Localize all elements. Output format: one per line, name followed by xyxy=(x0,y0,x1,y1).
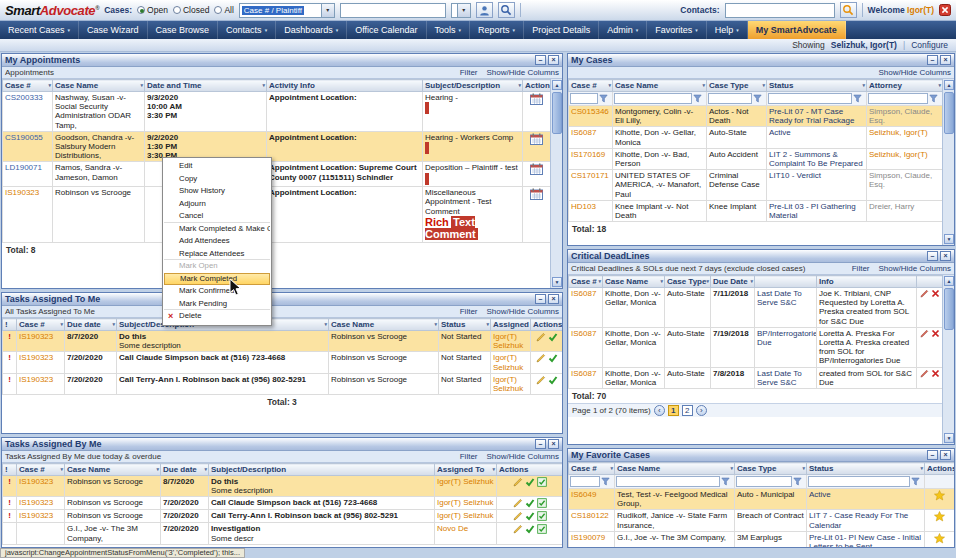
column-header-assigned[interactable]: Assigned xyxy=(491,319,531,331)
appointment-row[interactable]: CS190055 Goodson, Chandra -v- Salsbury M… xyxy=(3,131,551,162)
context-menu-item[interactable]: Add Attendees xyxy=(164,235,270,248)
case-number-link[interactable]: CS170171 xyxy=(571,171,609,180)
page-1-button[interactable]: 1 xyxy=(668,405,679,416)
menu-item[interactable]: Case Browse ▾ xyxy=(148,21,219,39)
case-number-link[interactable]: IS190079 xyxy=(571,533,605,542)
column-header-case-name[interactable]: Case Name xyxy=(615,463,735,475)
showhide-columns-link[interactable]: Show/Hide Columns xyxy=(879,68,951,77)
delete-deadline-icon[interactable] xyxy=(931,289,940,298)
case-number-link[interactable]: LD190071 xyxy=(5,163,42,172)
approve-task-icon[interactable] xyxy=(537,524,547,534)
filter-funnel-icon[interactable] xyxy=(721,477,730,486)
case-number-link[interactable]: CS015346 xyxy=(571,107,609,116)
task-row[interactable]: ! IS190323 Robinson vs Scrooge 8/7/2020 … xyxy=(3,476,563,497)
filter-input[interactable] xyxy=(616,476,720,487)
edit-task-icon[interactable] xyxy=(513,511,523,521)
menu-item[interactable]: Dashboards ▾ xyxy=(276,21,347,39)
edit-task-icon[interactable] xyxy=(536,375,546,385)
column-header-actions[interactable]: Actions xyxy=(531,319,563,331)
column-header-case-name[interactable]: Case Name xyxy=(613,80,707,92)
deadline-row[interactable]: IS6087 Kihotte, Don -v- Gellar, Monica A… xyxy=(569,327,943,367)
vertical-scrollbar[interactable]: ▲▼ xyxy=(550,79,562,288)
filter-funnel-icon[interactable] xyxy=(853,94,862,103)
complete-task-icon[interactable] xyxy=(548,353,558,363)
scroll-up-icon[interactable]: ▲ xyxy=(944,276,954,286)
minimize-icon[interactable]: – xyxy=(535,55,546,65)
complete-task-icon[interactable] xyxy=(548,375,558,385)
context-menu-item[interactable]: Delete xyxy=(164,310,270,323)
scroll-thumb[interactable] xyxy=(944,92,954,134)
column-header-priority[interactable]: ! xyxy=(3,319,17,331)
filter-funnel-icon[interactable] xyxy=(929,94,938,103)
search-icon[interactable] xyxy=(498,2,515,18)
close-icon[interactable]: × xyxy=(940,251,951,261)
logout-icon[interactable] xyxy=(939,4,951,16)
context-menu-item[interactable]: Copy xyxy=(164,173,270,186)
close-icon[interactable]: × xyxy=(548,294,559,304)
favorite-case-row[interactable]: IS190079 G.I., Joe -v- The 3M Company, 3… xyxy=(569,531,955,547)
delete-deadline-icon[interactable] xyxy=(931,369,940,378)
column-header-date-time[interactable]: Date and Time xyxy=(145,80,267,92)
edit-deadline-icon[interactable] xyxy=(920,369,929,378)
contacts-search-input[interactable] xyxy=(725,3,835,18)
column-header-due-date[interactable]: Due date xyxy=(161,464,209,476)
scroll-down-icon[interactable]: ▼ xyxy=(552,277,562,287)
task-row[interactable]: ! IS190323 8/7/2020 Do thisSome descript… xyxy=(3,331,563,352)
menu-item[interactable]: Project Details ▾ xyxy=(524,21,599,39)
column-header-case-name[interactable]: Case Name xyxy=(329,319,439,331)
column-header-case-name[interactable]: Case Name xyxy=(603,276,665,288)
menu-item[interactable]: Recent Cases ▾ xyxy=(0,21,79,39)
case-number-link[interactable]: IS190323 xyxy=(19,375,53,384)
menu-item[interactable]: Reports ▾ xyxy=(470,21,524,39)
case-row[interactable]: IS6087 Kihotte, Don -v- Gellar, Monica A… xyxy=(569,127,943,148)
search-option-select[interactable]: ▾ xyxy=(451,3,471,18)
showhide-columns-link[interactable]: Show/Hide Columns xyxy=(487,68,559,77)
configure-link[interactable]: Configure xyxy=(911,40,948,50)
scroll-down-icon[interactable]: ▼ xyxy=(944,234,954,244)
column-header-due-date[interactable]: Due date xyxy=(65,319,117,331)
complete-task-icon[interactable] xyxy=(525,477,535,487)
column-header-deadline[interactable] xyxy=(755,276,817,288)
case-number-link[interactable]: IS6087 xyxy=(571,329,596,338)
filter-input[interactable] xyxy=(768,93,852,104)
case-number-link[interactable]: IS6087 xyxy=(571,289,596,298)
menu-item[interactable]: Help ▾ xyxy=(707,21,748,39)
column-header-case-number[interactable]: Case # xyxy=(17,464,65,476)
case-number-link[interactable]: IS190323 xyxy=(19,498,53,507)
showhide-columns-link[interactable]: Show/Hide Columns xyxy=(879,264,951,273)
column-header-case-name[interactable]: Case Name xyxy=(53,80,145,92)
case-row[interactable]: HD103 Knee Implant -v- Not Death Knee Im… xyxy=(569,200,943,221)
edit-task-icon[interactable] xyxy=(536,353,546,363)
close-icon[interactable]: × xyxy=(940,55,951,65)
case-number-link[interactable]: CS180122 xyxy=(571,511,609,520)
appointment-row[interactable]: LD190071 Ramos, Sandra -v- Jameson, Damo… xyxy=(3,162,551,187)
contact-card-icon[interactable] xyxy=(476,2,493,18)
filter-input[interactable] xyxy=(570,476,600,487)
favorite-star-icon[interactable] xyxy=(934,490,945,501)
column-header-info[interactable]: Info xyxy=(817,276,917,288)
radio-open[interactable]: Open xyxy=(137,5,168,15)
filter-link[interactable]: Filter xyxy=(460,307,478,316)
column-header-attorney[interactable]: Attorney xyxy=(867,80,943,92)
context-menu-item[interactable]: Replace Attendees xyxy=(164,248,270,261)
menu-item[interactable]: Favorites ▾ xyxy=(647,21,707,39)
filter-funnel-icon[interactable] xyxy=(911,477,920,486)
column-header-assigned-to[interactable]: Assigned To xyxy=(435,464,497,476)
showing-user-dropdown[interactable]: Selizhuk, Igor(T) xyxy=(831,40,897,50)
context-menu-item[interactable]: Show History xyxy=(164,185,270,198)
page-2-button[interactable]: 2 xyxy=(682,405,693,416)
filter-input[interactable] xyxy=(708,93,752,104)
close-icon[interactable]: × xyxy=(940,450,951,460)
context-menu-item[interactable]: Edit xyxy=(164,160,270,173)
filter-link[interactable]: Filter xyxy=(460,452,478,461)
context-menu-item[interactable]: Mark Completed xyxy=(164,273,270,286)
task-row[interactable]: ! IS190323 Robinson vs Scrooge 7/20/2020… xyxy=(3,497,563,510)
column-header-case-name[interactable]: Case Name xyxy=(65,464,161,476)
column-header-priority[interactable]: ! xyxy=(3,464,17,476)
showhide-columns-link[interactable]: Show/Hide Columns xyxy=(487,452,559,461)
vertical-scrollbar[interactable]: ▲▼ xyxy=(942,79,954,245)
minimize-icon[interactable]: – xyxy=(535,294,546,304)
filter-input[interactable] xyxy=(570,93,598,104)
edit-task-icon[interactable] xyxy=(513,498,523,508)
scroll-up-icon[interactable]: ▲ xyxy=(944,80,954,90)
